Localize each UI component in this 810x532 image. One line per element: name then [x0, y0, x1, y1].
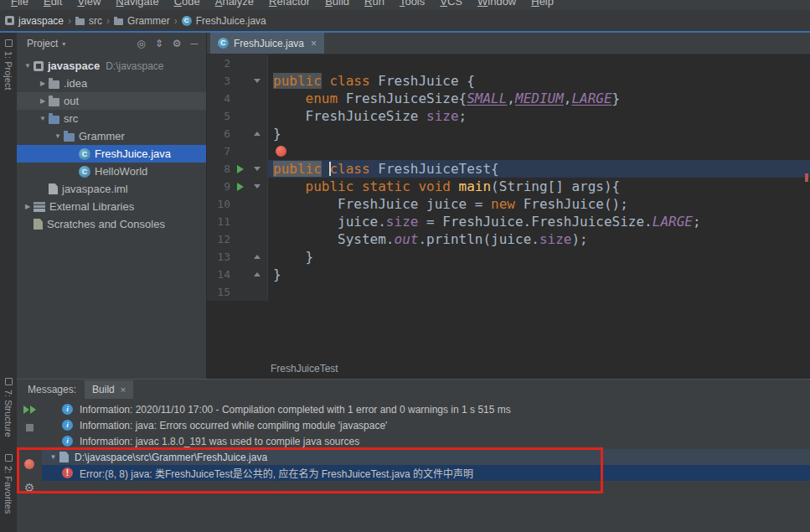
menu-item-file[interactable]: File [3, 0, 36, 10]
expand-collapse-icon[interactable]: ⇕ [155, 39, 163, 49]
tree-row-grammer[interactable]: ▼ Grammer [17, 127, 206, 145]
folder-icon [49, 80, 59, 89]
code-text[interactable]: } [268, 248, 810, 266]
menu-item-analyze[interactable]: Analyze [208, 0, 261, 10]
package-folder-icon [64, 133, 75, 142]
message-row-error[interactable]: ! Error:(8, 8) java: 类FreshJuiceTest是公共的… [42, 465, 810, 481]
tool-button-project[interactable]: 1: Project [0, 39, 17, 90]
collapse-arrow-icon[interactable]: ▶ [37, 97, 49, 105]
message-row-info-3[interactable]: i Information: javac 1.8.0_191 was used … [42, 433, 810, 449]
menu-item-help[interactable]: Help [524, 0, 561, 10]
line-number: 7 [207, 142, 230, 160]
menu-item-navigate[interactable]: Navigate [108, 0, 166, 10]
menu-item-view[interactable]: View [70, 0, 108, 10]
error-stripe-mark[interactable] [805, 173, 808, 182]
line-number: 15 [207, 283, 230, 301]
code-editor: 2 3 public class FreshJuice { 4 enum Fre… [207, 54, 810, 301]
editor-breadcrumb-bar: FreshJuiceTest [207, 358, 810, 379]
left-tool-stripe: 1: Project 7: Structure 2: Favorites [0, 33, 17, 532]
ide-window: File Edit View Navigate Code Analyze Ref… [0, 0, 810, 532]
code-text[interactable]: } [268, 125, 810, 142]
code-text[interactable]: FreshJuiceSize size; [268, 107, 810, 125]
gear-icon[interactable]: ⚙ [173, 39, 182, 49]
tree-row-out[interactable]: ▶ out [17, 92, 206, 110]
menu-item-vcs[interactable]: VCS [432, 0, 470, 10]
stop-icon[interactable] [17, 424, 42, 431]
breadcrumb-src[interactable]: src [75, 15, 102, 27]
favorites-tool-icon [5, 454, 13, 462]
run-main-icon[interactable] [237, 183, 244, 191]
expand-arrow-icon[interactable]: ▼ [52, 132, 64, 140]
tree-row-helloworld[interactable]: C HelloWorld [17, 163, 206, 180]
close-icon[interactable]: × [121, 385, 126, 395]
menu-item-code[interactable]: Code [167, 0, 208, 10]
class-icon: C [79, 148, 90, 160]
chevron-down-icon[interactable]: ▾ [62, 40, 65, 48]
menu-item-edit[interactable]: Edit [36, 0, 70, 10]
breadcrumb-javaspace[interactable]: javaspace [5, 15, 64, 27]
message-row-file[interactable]: ▼ D:\javaspace\src\Grammer\FreshJuice.ja… [42, 449, 810, 465]
error-filter-icon[interactable] [17, 459, 42, 469]
tree-row-external-libraries[interactable]: ▶ External Libraries [17, 198, 206, 215]
code-text[interactable] [268, 283, 810, 301]
breadcrumb-freshjuice-java[interactable]: C FreshJuice.java [182, 15, 266, 27]
message-row-info-2[interactable]: i Information: java: Errors occurred whi… [42, 417, 810, 433]
fold-open-icon[interactable] [254, 167, 261, 171]
menu-item-build[interactable]: Build [317, 0, 357, 10]
code-text[interactable]: FreshJuice juice = new FreshJuice(); [268, 195, 810, 213]
fold-close-icon[interactable] [254, 255, 261, 259]
folder-icon [75, 18, 85, 25]
breadcrumb-freshjuicetest[interactable]: FreshJuiceTest [271, 363, 338, 374]
tool-button-label: 7: Structure [3, 390, 13, 437]
code-text[interactable]: public static void main(String[] args){ [268, 178, 810, 195]
tree-row-idea[interactable]: ▶ .idea [17, 75, 206, 92]
message-row-info-1[interactable]: i Information: 2020/11/10 17:00 - Compil… [42, 401, 810, 417]
rerun-build-icon[interactable] [17, 405, 42, 414]
code-text[interactable]: } [268, 266, 810, 283]
tree-row-javaspace[interactable]: ▼ javaspace D:\javaspace [17, 57, 206, 75]
gutter: 6 [207, 125, 268, 142]
tree-row-src[interactable]: ▼ src [17, 110, 206, 127]
tool-button-favorites[interactable]: 2: Favorites [0, 454, 17, 514]
tree-row-scratches[interactable]: Scratches and Consoles [17, 215, 206, 233]
collapse-arrow-icon[interactable]: ▶ [22, 203, 34, 210]
fold-close-icon[interactable] [254, 272, 261, 276]
error-intention-bulb-icon[interactable] [276, 146, 286, 157]
hide-panel-icon[interactable]: ─ [190, 39, 198, 49]
code-text[interactable]: System.out.println(juice.size); [268, 230, 810, 248]
tree-row-javaspace-iml[interactable]: javaspace.iml [17, 180, 206, 198]
expand-arrow-icon[interactable]: ▼ [37, 115, 49, 122]
folder-icon [49, 98, 59, 106]
run-class-icon[interactable] [237, 165, 244, 173]
code-text[interactable] [268, 142, 810, 160]
code-text[interactable] [268, 54, 810, 72]
fold-open-icon[interactable] [254, 184, 261, 189]
code-text[interactable]: juice.size = FreshJuice.FreshJuiceSize.L… [268, 213, 810, 230]
tree-label: External Libraries [49, 200, 134, 213]
gutter: 14 [207, 266, 268, 283]
folder-icon [114, 18, 123, 25]
code-text[interactable]: enum FreshJuiceSize{SMALL,MEDIUM,LARGE} [268, 90, 810, 107]
expand-arrow-icon[interactable]: ▼ [22, 62, 34, 70]
fold-open-icon[interactable] [254, 79, 261, 83]
close-icon[interactable]: × [311, 38, 317, 49]
locate-file-icon[interactable]: ◎ [137, 39, 145, 49]
code-text[interactable]: public class FreshJuiceTest{ [268, 160, 810, 178]
project-panel-title[interactable]: Project [27, 38, 58, 49]
tool-button-structure[interactable]: 7: Structure [0, 378, 17, 437]
expand-arrow-icon[interactable]: ▼ [47, 453, 59, 461]
collapse-arrow-icon[interactable]: ▶ [37, 80, 49, 87]
menu-item-refactor[interactable]: Refactor [261, 0, 317, 10]
breadcrumb-grammer[interactable]: Grammer [114, 15, 170, 27]
settings-gear-icon[interactable]: ⚙ [17, 481, 42, 494]
tab-freshjuice-java[interactable]: C FreshJuice.java × [210, 33, 324, 54]
code-text[interactable]: public class FreshJuice { [268, 72, 810, 90]
code-line-10: 10 FreshJuice juice = new FreshJuice(); [207, 195, 810, 213]
menu-item-tools[interactable]: Tools [392, 0, 432, 10]
gutter: 7 [207, 142, 268, 160]
tree-row-freshjuice-java[interactable]: C FreshJuice.java [17, 145, 206, 163]
menu-item-window[interactable]: Window [470, 0, 524, 10]
menu-item-run[interactable]: Run [357, 0, 392, 10]
tab-build[interactable]: Build × [85, 380, 133, 399]
fold-close-icon[interactable] [254, 132, 261, 136]
